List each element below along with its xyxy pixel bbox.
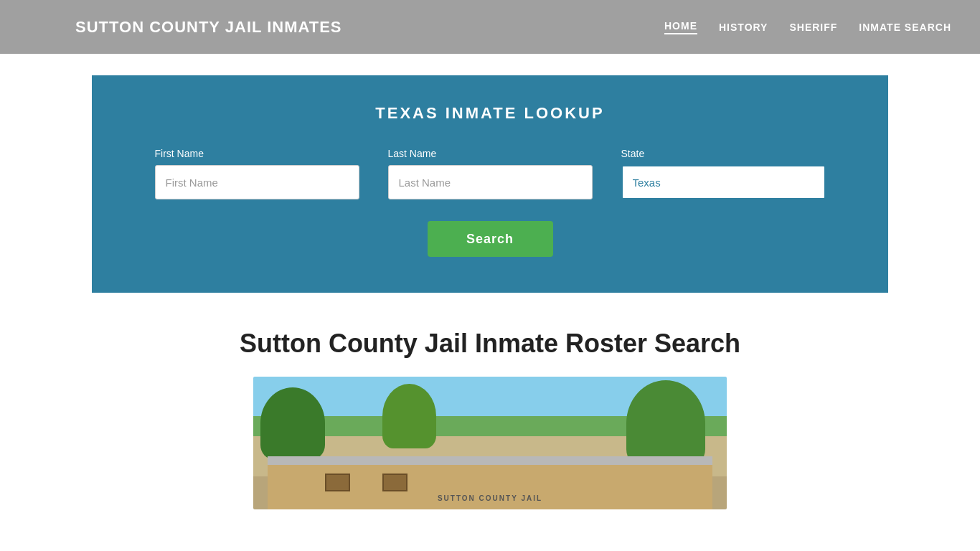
site-header: SUTTON COUNTY JAIL INMATES HOME HISTORY …: [0, 0, 980, 54]
main-content: Sutton County Jail Inmate Roster Search …: [0, 293, 980, 509]
first-name-input[interactable]: [155, 165, 359, 199]
main-nav: HOME HISTORY SHERIFF INMATE SEARCH: [664, 20, 951, 34]
jail-image: SUTTON COUNTY JAIL: [253, 377, 727, 509]
building-window-center: [382, 474, 407, 491]
last-name-label: Last Name: [388, 148, 593, 159]
first-name-label: First Name: [155, 148, 359, 159]
nav-history[interactable]: HISTORY: [719, 22, 768, 33]
tree-decoration-mid: [382, 384, 436, 448]
building-label: SUTTON COUNTY JAIL: [438, 494, 542, 502]
search-section-title: TEXAS INMATE LOOKUP: [135, 104, 845, 123]
tree-decoration-right: [626, 380, 705, 466]
state-group: State: [621, 148, 826, 199]
first-name-group: First Name: [155, 148, 359, 199]
search-button[interactable]: Search: [428, 221, 553, 257]
last-name-input[interactable]: [388, 165, 593, 199]
last-name-group: Last Name: [388, 148, 593, 199]
state-input[interactable]: [621, 165, 826, 199]
sub-header: [0, 54, 980, 75]
building-window-left: [325, 474, 350, 491]
nav-home[interactable]: HOME: [664, 20, 697, 34]
roster-title: Sutton County Jail Inmate Roster Search: [240, 329, 740, 359]
site-title: SUTTON COUNTY JAIL INMATES: [75, 18, 342, 37]
building-roof: [268, 456, 712, 465]
form-row: First Name Last Name State: [135, 148, 845, 199]
nav-sheriff[interactable]: SHERIFF: [789, 22, 837, 33]
inmate-search-form: First Name Last Name State Search: [135, 148, 845, 257]
jail-building: SUTTON COUNTY JAIL: [268, 463, 712, 509]
search-section: TEXAS INMATE LOOKUP First Name Last Name…: [92, 75, 888, 293]
nav-inmate-search[interactable]: INMATE SEARCH: [859, 22, 951, 33]
state-label: State: [621, 148, 826, 159]
tree-decoration-left: [260, 387, 325, 459]
